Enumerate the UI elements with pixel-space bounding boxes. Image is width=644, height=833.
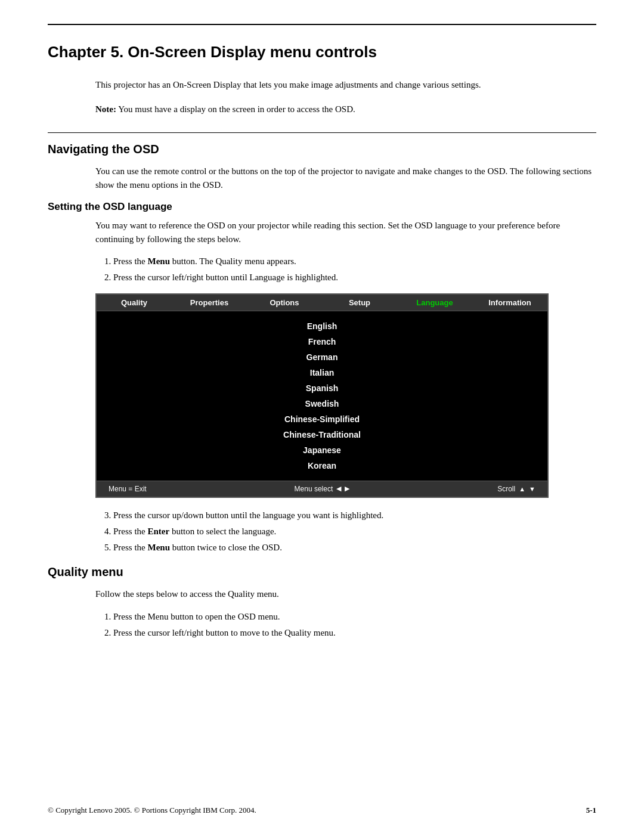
copyright-text: © Copyright Lenovo 2005. © Portions Copy…: [48, 806, 256, 815]
note-label: Note:: [95, 104, 116, 114]
osd-lang-german: German: [97, 349, 547, 365]
language-subsection-title: Setting the OSD language: [48, 201, 596, 213]
list-item: Press the cursor left/right button until…: [113, 271, 596, 284]
quality-intro: Follow the steps below to access the Qua…: [95, 587, 596, 601]
list-item: Press the Menu button to open the OSD me…: [113, 610, 596, 624]
osd-menu-properties: Properties: [172, 295, 247, 311]
top-rule: [48, 24, 596, 25]
chapter-title: Chapter 5. On-Screen Display menu contro…: [48, 43, 596, 61]
osd-footer-exit-label: Menu = Exit: [109, 485, 147, 493]
osd-screenshot: Quality Properties Options Setup Languag…: [95, 293, 549, 498]
osd-menu-options: Options: [247, 295, 322, 311]
osd-menu-information: Information: [472, 295, 547, 311]
quality-steps: Press the Menu button to open the OSD me…: [113, 610, 596, 640]
osd-lang-japanese: Japanese: [97, 442, 547, 458]
list-item: Press the Enter button to select the lan…: [113, 525, 596, 538]
osd-lang-chinese-traditional: Chinese-Traditional: [97, 427, 547, 442]
down-arrow-icon: ▼: [529, 485, 535, 493]
osd-language-list: English French German Italian Spanish Sw…: [97, 311, 547, 481]
osd-footer-select: Menu select ◀ ▶: [295, 485, 350, 493]
language-steps-before: Press the Menu button. The Quality menu …: [113, 255, 596, 285]
note-paragraph: Note: You must have a display on the scr…: [95, 103, 596, 116]
osd-lang-korean: Korean: [97, 458, 547, 473]
right-arrow-icon: ▶: [345, 485, 349, 493]
osd-menu-bar: Quality Properties Options Setup Languag…: [97, 295, 547, 311]
navigating-section-title: Navigating the OSD: [48, 143, 596, 156]
list-item: Press the Menu button twice to close the…: [113, 541, 596, 555]
section-divider: [48, 132, 596, 133]
osd-lang-italian: Italian: [97, 365, 547, 380]
osd-menu-quality: Quality: [97, 295, 172, 311]
osd-footer-scroll: Scroll ▲ ▼: [497, 485, 535, 493]
left-arrow-icon: ◀: [336, 485, 341, 493]
language-steps-after: Press the cursor up/down button until th…: [113, 509, 596, 555]
osd-footer-exit: Menu = Exit: [109, 485, 147, 493]
page-number: 5-1: [586, 806, 596, 815]
list-item: Press the cursor left/right button to mo…: [113, 626, 596, 640]
list-item: Press the cursor up/down button until th…: [113, 509, 596, 522]
osd-lang-french: French: [97, 334, 547, 349]
osd-lang-swedish: Swedish: [97, 396, 547, 411]
osd-footer-select-label: Menu select: [295, 485, 333, 493]
navigating-body: You can use the remote control or the bu…: [95, 165, 596, 193]
up-arrow-icon: ▲: [519, 485, 525, 493]
osd-lang-chinese-simplified: Chinese-Simplified: [97, 411, 547, 427]
page-footer: © Copyright Lenovo 2005. © Portions Copy…: [0, 794, 644, 827]
osd-lang-english: English: [97, 318, 547, 334]
osd-lang-spanish: Spanish: [97, 380, 547, 396]
intro-paragraph: This projector has an On-Screen Display …: [95, 78, 596, 92]
quality-menu-section-title: Quality menu: [48, 565, 596, 579]
osd-menu-language: Language: [397, 295, 472, 311]
osd-menu-setup: Setup: [322, 295, 397, 311]
osd-footer-scroll-label: Scroll: [497, 485, 515, 493]
note-content: You must have a display on the screen in…: [118, 104, 355, 114]
language-body: You may want to reference the OSD on you…: [95, 219, 596, 247]
osd-footer: Menu = Exit Menu select ◀ ▶ Scroll ▲ ▼: [97, 481, 547, 497]
list-item: Press the Menu button. The Quality menu …: [113, 255, 596, 268]
